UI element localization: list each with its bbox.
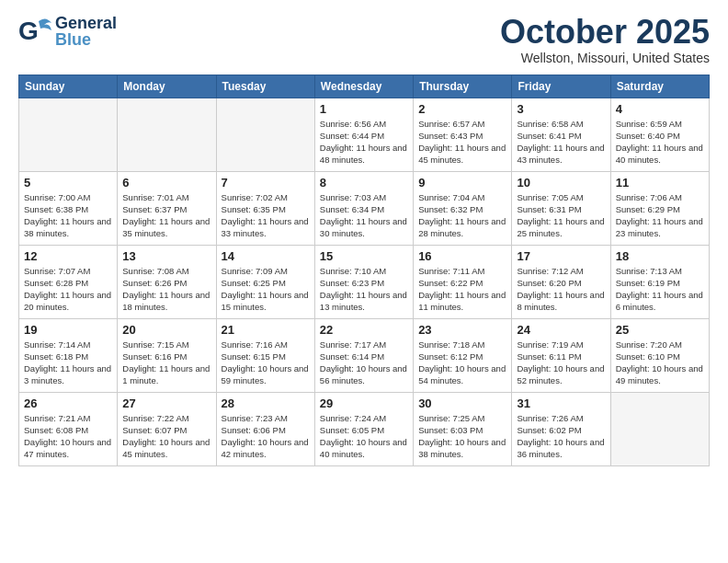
weekday-header-row: SundayMondayTuesdayWednesdayThursdayFrid… xyxy=(19,75,710,98)
day-cell-19: 19Sunrise: 7:14 AM Sunset: 6:18 PM Dayli… xyxy=(19,318,118,392)
logo-blue: Blue xyxy=(55,31,117,48)
svg-text:G: G xyxy=(18,17,39,45)
day-number: 28 xyxy=(222,396,310,410)
day-number: 6 xyxy=(122,176,210,190)
weekday-header-saturday: Saturday xyxy=(610,75,709,98)
day-info: Sunrise: 7:13 AM Sunset: 6:19 PM Dayligh… xyxy=(616,265,704,314)
day-cell-6: 6Sunrise: 7:01 AM Sunset: 6:37 PM Daylig… xyxy=(118,171,216,245)
day-number: 4 xyxy=(616,102,704,116)
weekday-header-sunday: Sunday xyxy=(19,75,118,98)
day-number: 9 xyxy=(418,176,506,190)
day-info: Sunrise: 7:24 AM Sunset: 6:05 PM Dayligh… xyxy=(320,412,408,461)
location: Wellston, Missouri, United States xyxy=(500,51,710,65)
day-info: Sunrise: 7:07 AM Sunset: 6:28 PM Dayligh… xyxy=(24,265,112,314)
day-info: Sunrise: 7:25 AM Sunset: 6:03 PM Dayligh… xyxy=(418,412,506,461)
day-cell-29: 29Sunrise: 7:24 AM Sunset: 6:05 PM Dayli… xyxy=(314,392,413,465)
day-info: Sunrise: 7:02 AM Sunset: 6:35 PM Dayligh… xyxy=(222,191,310,240)
day-number: 7 xyxy=(222,176,310,190)
weekday-header-friday: Friday xyxy=(512,75,610,98)
title-block: October 2025 Wellston, Missouri, United … xyxy=(500,14,710,65)
day-number: 10 xyxy=(517,176,605,190)
day-cell-17: 17Sunrise: 7:12 AM Sunset: 6:20 PM Dayli… xyxy=(512,245,610,318)
day-number: 21 xyxy=(222,323,310,337)
day-number: 13 xyxy=(122,249,210,263)
day-number: 17 xyxy=(517,249,605,263)
day-info: Sunrise: 7:11 AM Sunset: 6:22 PM Dayligh… xyxy=(418,265,506,314)
day-number: 18 xyxy=(616,249,704,263)
week-row-3: 12Sunrise: 7:07 AM Sunset: 6:28 PM Dayli… xyxy=(19,245,710,318)
weekday-header-thursday: Thursday xyxy=(414,75,512,98)
day-info: Sunrise: 7:26 AM Sunset: 6:02 PM Dayligh… xyxy=(517,412,605,461)
day-cell-24: 24Sunrise: 7:19 AM Sunset: 6:11 PM Dayli… xyxy=(512,318,610,392)
day-cell-23: 23Sunrise: 7:18 AM Sunset: 6:12 PM Dayli… xyxy=(414,318,512,392)
day-cell-30: 30Sunrise: 7:25 AM Sunset: 6:03 PM Dayli… xyxy=(414,392,512,465)
day-cell-16: 16Sunrise: 7:11 AM Sunset: 6:22 PM Dayli… xyxy=(414,245,512,318)
day-cell-25: 25Sunrise: 7:20 AM Sunset: 6:10 PM Dayli… xyxy=(610,318,709,392)
day-cell-22: 22Sunrise: 7:17 AM Sunset: 6:14 PM Dayli… xyxy=(314,318,413,392)
day-cell-27: 27Sunrise: 7:22 AM Sunset: 6:07 PM Dayli… xyxy=(118,392,216,465)
day-info: Sunrise: 7:06 AM Sunset: 6:29 PM Dayligh… xyxy=(616,191,704,240)
day-cell-14: 14Sunrise: 7:09 AM Sunset: 6:25 PM Dayli… xyxy=(216,245,314,318)
day-info: Sunrise: 7:08 AM Sunset: 6:26 PM Dayligh… xyxy=(122,265,210,314)
day-cell-5: 5Sunrise: 7:00 AM Sunset: 6:38 PM Daylig… xyxy=(19,171,118,245)
day-info: Sunrise: 6:59 AM Sunset: 6:40 PM Dayligh… xyxy=(616,118,704,167)
empty-cell xyxy=(216,98,314,171)
day-info: Sunrise: 7:19 AM Sunset: 6:11 PM Dayligh… xyxy=(517,339,605,387)
day-cell-21: 21Sunrise: 7:16 AM Sunset: 6:15 PM Dayli… xyxy=(216,318,314,392)
day-cell-3: 3Sunrise: 6:58 AM Sunset: 6:41 PM Daylig… xyxy=(512,98,610,171)
day-number: 25 xyxy=(616,323,704,337)
day-info: Sunrise: 7:16 AM Sunset: 6:15 PM Dayligh… xyxy=(222,339,310,387)
day-info: Sunrise: 7:05 AM Sunset: 6:31 PM Dayligh… xyxy=(517,191,605,240)
day-number: 16 xyxy=(418,249,506,263)
logo-text: General Blue xyxy=(55,15,117,48)
day-info: Sunrise: 7:09 AM Sunset: 6:25 PM Dayligh… xyxy=(222,265,310,314)
weekday-header-tuesday: Tuesday xyxy=(216,75,314,98)
day-info: Sunrise: 7:22 AM Sunset: 6:07 PM Dayligh… xyxy=(122,412,210,461)
day-cell-15: 15Sunrise: 7:10 AM Sunset: 6:23 PM Dayli… xyxy=(314,245,413,318)
day-cell-18: 18Sunrise: 7:13 AM Sunset: 6:19 PM Dayli… xyxy=(610,245,709,318)
day-number: 1 xyxy=(320,102,408,116)
day-cell-1: 1Sunrise: 6:56 AM Sunset: 6:44 PM Daylig… xyxy=(314,98,413,171)
week-row-1: 1Sunrise: 6:56 AM Sunset: 6:44 PM Daylig… xyxy=(19,98,710,171)
day-info: Sunrise: 7:00 AM Sunset: 6:38 PM Dayligh… xyxy=(24,191,112,240)
day-number: 8 xyxy=(320,176,408,190)
day-number: 31 xyxy=(517,396,605,410)
day-cell-12: 12Sunrise: 7:07 AM Sunset: 6:28 PM Dayli… xyxy=(19,245,118,318)
day-number: 5 xyxy=(24,176,112,190)
day-info: Sunrise: 7:12 AM Sunset: 6:20 PM Dayligh… xyxy=(517,265,605,314)
day-info: Sunrise: 7:15 AM Sunset: 6:16 PM Dayligh… xyxy=(122,339,210,387)
day-info: Sunrise: 7:23 AM Sunset: 6:06 PM Dayligh… xyxy=(222,412,310,461)
day-cell-4: 4Sunrise: 6:59 AM Sunset: 6:40 PM Daylig… xyxy=(610,98,709,171)
day-info: Sunrise: 6:58 AM Sunset: 6:41 PM Dayligh… xyxy=(517,118,605,167)
weekday-header-wednesday: Wednesday xyxy=(314,75,413,98)
day-number: 29 xyxy=(320,396,408,410)
logo: G General Blue xyxy=(18,14,117,49)
day-info: Sunrise: 6:56 AM Sunset: 6:44 PM Dayligh… xyxy=(320,118,408,167)
day-number: 24 xyxy=(517,323,605,337)
day-info: Sunrise: 6:57 AM Sunset: 6:43 PM Dayligh… xyxy=(418,118,506,167)
day-number: 11 xyxy=(616,176,704,190)
day-info: Sunrise: 7:01 AM Sunset: 6:37 PM Dayligh… xyxy=(122,191,210,240)
day-number: 19 xyxy=(24,323,112,337)
day-number: 26 xyxy=(24,396,112,410)
day-number: 23 xyxy=(418,323,506,337)
day-cell-8: 8Sunrise: 7:03 AM Sunset: 6:34 PM Daylig… xyxy=(314,171,413,245)
empty-cell xyxy=(118,98,216,171)
day-number: 27 xyxy=(122,396,210,410)
day-info: Sunrise: 7:18 AM Sunset: 6:12 PM Dayligh… xyxy=(418,339,506,387)
day-info: Sunrise: 7:14 AM Sunset: 6:18 PM Dayligh… xyxy=(24,339,112,387)
day-info: Sunrise: 7:04 AM Sunset: 6:32 PM Dayligh… xyxy=(418,191,506,240)
day-cell-11: 11Sunrise: 7:06 AM Sunset: 6:29 PM Dayli… xyxy=(610,171,709,245)
day-number: 2 xyxy=(418,102,506,116)
day-info: Sunrise: 7:20 AM Sunset: 6:10 PM Dayligh… xyxy=(616,339,704,387)
day-info: Sunrise: 7:03 AM Sunset: 6:34 PM Dayligh… xyxy=(320,191,408,240)
day-cell-26: 26Sunrise: 7:21 AM Sunset: 6:08 PM Dayli… xyxy=(19,392,118,465)
week-row-2: 5Sunrise: 7:00 AM Sunset: 6:38 PM Daylig… xyxy=(19,171,710,245)
day-info: Sunrise: 7:17 AM Sunset: 6:14 PM Dayligh… xyxy=(320,339,408,387)
calendar-table: SundayMondayTuesdayWednesdayThursdayFrid… xyxy=(18,75,710,466)
empty-cell xyxy=(19,98,118,171)
day-cell-20: 20Sunrise: 7:15 AM Sunset: 6:16 PM Dayli… xyxy=(118,318,216,392)
week-row-4: 19Sunrise: 7:14 AM Sunset: 6:18 PM Dayli… xyxy=(19,318,710,392)
day-cell-7: 7Sunrise: 7:02 AM Sunset: 6:35 PM Daylig… xyxy=(216,171,314,245)
weekday-header-monday: Monday xyxy=(118,75,216,98)
